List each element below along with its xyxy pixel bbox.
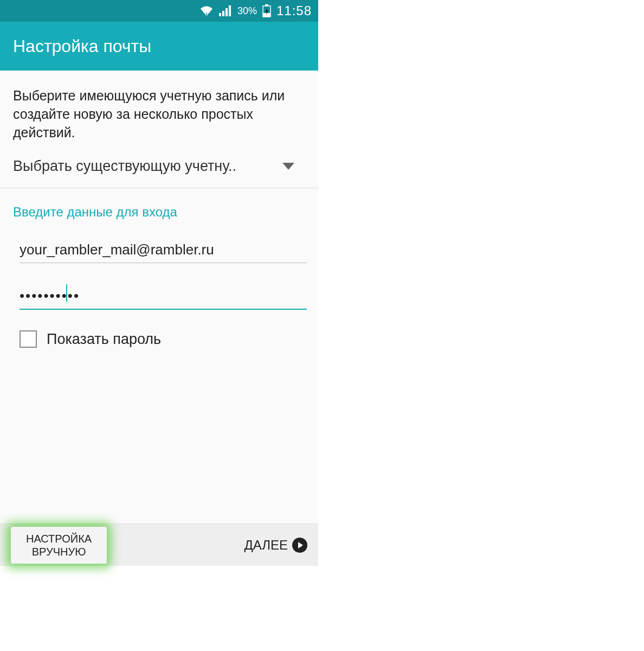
status-bar: 30% 11:58	[0, 0, 318, 22]
manual-button-line1: НАСТРОЙКА	[26, 533, 92, 545]
login-section: Введите данные для входа Показать пароль	[0, 188, 318, 359]
page-title: Настройка почты	[13, 36, 151, 56]
text-cursor	[66, 284, 67, 302]
password-wrapper	[20, 288, 307, 310]
app-bar: Настройка почты	[0, 22, 318, 71]
content-area: Выберите имеющуюся учетную запись или со…	[0, 71, 318, 566]
svg-rect-2	[226, 8, 228, 16]
next-button[interactable]: ДАЛЕЕ	[241, 532, 311, 558]
intro-section: Выберите имеющуюся учетную запись или со…	[0, 71, 318, 188]
svg-rect-1	[222, 11, 224, 16]
wifi-icon	[199, 5, 214, 16]
show-password-label: Показать пароль	[47, 331, 161, 348]
svg-rect-0	[219, 13, 221, 16]
login-section-label: Введите данные для входа	[13, 205, 305, 220]
spacer	[0, 359, 318, 524]
show-password-checkbox[interactable]	[20, 330, 37, 348]
show-password-row[interactable]: Показать пароль	[20, 330, 305, 348]
chevron-down-icon	[282, 163, 294, 170]
account-selector-label: Выбрать существующую учетну..	[13, 158, 236, 175]
manual-setup-button[interactable]: НАСТРОЙКА ВРУЧНУЮ	[11, 527, 107, 564]
battery-charging-icon	[262, 4, 271, 17]
account-selector-dropdown[interactable]: Выбрать существующую учетну..	[13, 158, 305, 175]
email-field[interactable]	[20, 241, 307, 263]
battery-percentage: 30%	[237, 5, 257, 17]
button-bar: НАСТРОЙКА ВРУЧНУЮ ДАЛЕЕ	[0, 524, 318, 566]
intro-text: Выберите имеющуюся учетную запись или со…	[13, 87, 305, 142]
clock-time: 11:58	[276, 3, 312, 18]
svg-rect-3	[229, 5, 231, 16]
manual-button-line2: ВРУЧНУЮ	[32, 546, 86, 558]
phone-screen: 30% 11:58 Настройка почты Выберите имеющ…	[0, 0, 318, 566]
arrow-right-icon	[292, 538, 307, 553]
signal-icon	[219, 5, 232, 16]
password-field[interactable]	[20, 288, 307, 310]
next-button-label: ДАЛЕЕ	[244, 538, 288, 553]
